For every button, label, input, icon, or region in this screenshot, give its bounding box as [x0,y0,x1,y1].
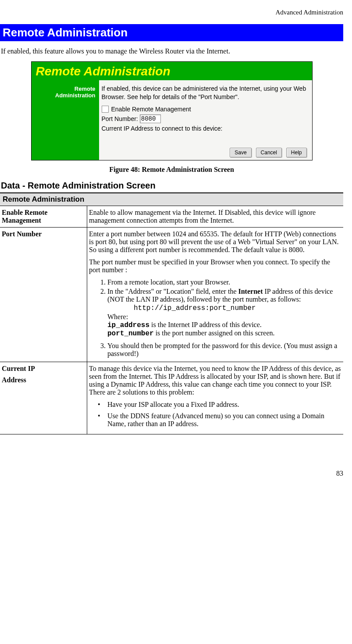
page-number: 83 [0,470,343,477]
row-currentip-label: Current IP Address [0,362,87,434]
port-step-3: You should then be prompted for the pass… [107,342,341,358]
help-button[interactable]: Help [286,148,307,157]
row-enable-label: Enable Remote Management [0,206,87,227]
screenshot-content: If enabled, this device can be administe… [99,80,312,160]
row-currentip-desc: To manage this device via the Internet, … [87,362,344,434]
figure-caption: Figure 48: Remote Administration Screen [0,166,343,174]
port-number-label: Port Number: [102,115,138,122]
enable-remote-checkbox[interactable] [102,106,109,113]
row-port-desc: Enter a port number between 1024 and 655… [87,227,344,362]
screenshot-description: If enabled, this device can be administe… [102,85,308,101]
currentip-bullet-2: Use the DDNS feature (Advanced menu) so … [98,412,341,428]
screenshot-sidebar-label: RemoteAdministration [32,80,99,160]
page-header: Advanced Administration [0,9,343,16]
cancel-button[interactable]: Cancel [256,148,282,157]
table-section-header: Remote Administration [0,193,343,206]
enable-remote-label: Enable Remote Management [111,106,191,113]
table-row: Port Number Enter a port number between … [0,227,343,362]
port-number-code: port_number [107,330,154,338]
ip-address-code: ip_address [107,321,149,329]
screenshot-title: Remote Administration [32,62,312,80]
port-number-input[interactable] [140,114,161,123]
table-row: Enable Remote Management Enable to allow… [0,206,343,227]
main-heading: Remote Administration [0,24,343,41]
data-heading: Data - Remote Administration Screen [0,181,343,191]
row-port-label: Port Number [0,227,87,362]
port-step-2: In the "Address" or "Location" field, en… [107,288,341,338]
port-step-1: From a remote location, start your Brows… [107,278,341,286]
data-table: Remote Administration Enable Remote Mana… [0,192,343,434]
currentip-para: To manage this device via the Internet, … [89,365,341,396]
save-button[interactable]: Save [230,148,251,157]
port-para-1: Enter a port number between 1024 and 655… [89,230,341,254]
currentip-bullet-1: Have your ISP allocate you a Fixed IP ad… [98,401,341,409]
current-ip-label: Current IP Address to connect to this de… [102,125,223,132]
intro-text: If enabled, this feature allows you to m… [0,47,343,55]
where-label: Where: [107,313,341,321]
table-row: Current IP Address To manage this device… [0,362,343,434]
port-para-2: The port number must be specified in you… [89,258,341,274]
row-enable-desc: Enable to allow management via the Inter… [87,206,344,227]
url-format-code: http://ip_address:port_number [134,304,341,312]
screenshot: Remote Administration RemoteAdministrati… [31,61,313,160]
